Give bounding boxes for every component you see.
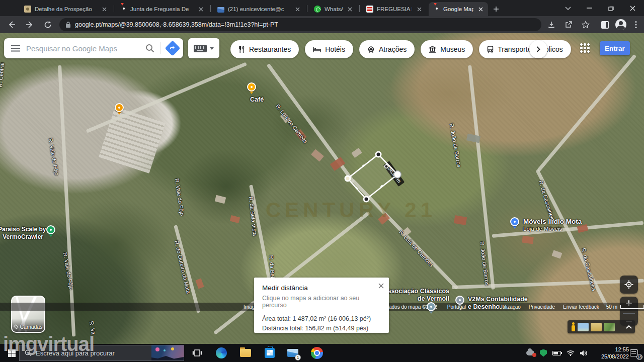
volume-icon[interactable] — [580, 350, 588, 356]
scale-label: 50 m — [606, 304, 617, 310]
wifi-icon[interactable] — [567, 350, 575, 356]
tab-google-maps-active[interactable]: Google Maps — [429, 2, 488, 16]
cafe-pin-icon[interactable] — [247, 82, 256, 94]
keyboard-icon — [194, 45, 207, 52]
bookmark-star-icon[interactable] — [580, 19, 592, 31]
onedrive-error-icon[interactable] — [526, 350, 534, 355]
chip-atracoes[interactable]: Atrações — [359, 40, 415, 58]
tab-close-icon[interactable] — [346, 6, 353, 13]
browser-tab-strip: Detalhe da Prospeção Junta de Freguesia … — [0, 0, 644, 16]
chip-label: Museus — [440, 45, 465, 53]
dialog-distance-total: Distância total: 156,82 m (514,49 pés) — [262, 325, 381, 332]
maps-search-input[interactable]: Pesquisar no Google Maps — [26, 44, 139, 53]
dialog-area-total: Área total: 1 487,02 m² (16 006,13 pé²) — [262, 315, 381, 322]
tab-close-icon[interactable] — [477, 6, 484, 13]
chevron-down-icon[interactable] — [210, 47, 214, 50]
tab-close-icon[interactable] — [101, 6, 108, 13]
tab-close-icon[interactable] — [416, 6, 423, 13]
new-tab-button[interactable] — [491, 4, 502, 15]
battery-icon[interactable] — [552, 351, 561, 355]
business-pin-icon[interactable] — [455, 296, 464, 307]
download-icon[interactable] — [545, 19, 557, 31]
clock-time: 12:55 — [588, 346, 629, 353]
mail-taskbar-icon[interactable]: 1 — [287, 347, 299, 359]
chip-transportes[interactable]: Transportes públicos — [479, 40, 571, 58]
chip-hoteis[interactable]: Hotéis — [305, 40, 353, 58]
dialog-close-icon[interactable] — [377, 282, 385, 290]
windows-taskbar: Escreva aqui para procurar 1 12:55 25/08… — [0, 344, 644, 362]
v2ms-label[interactable]: V2Ms Contabilidade e Desenho — [468, 296, 528, 311]
tab-close-icon[interactable] — [197, 6, 204, 13]
forward-button[interactable] — [23, 18, 36, 31]
search-icon[interactable] — [145, 44, 154, 53]
restaurant-icon — [238, 46, 245, 53]
chip-museus[interactable]: Museus — [421, 40, 473, 58]
layers-label: Camadas — [20, 324, 43, 330]
tab-title: Google Maps — [443, 6, 473, 12]
document-favicon-icon — [24, 6, 31, 13]
tab-title: WhatsApp — [325, 6, 343, 12]
search-highlight-image[interactable] — [151, 345, 184, 360]
bar-pin-icon[interactable] — [115, 103, 124, 115]
imagery-thumbnail[interactable] — [604, 323, 615, 331]
attribution-link-privacidade[interactable]: Privacidade — [529, 304, 555, 310]
association-pin-icon[interactable] — [427, 302, 436, 314]
tab-detalhe-prospecao[interactable]: Detalhe da Prospeção — [19, 2, 112, 16]
reload-button[interactable] — [41, 18, 54, 31]
window-minimize-button[interactable] — [579, 0, 600, 16]
action-center-button[interactable]: 18 — [628, 347, 640, 359]
shopping-pin-icon[interactable] — [510, 217, 519, 229]
tab-title: (21) eunicevicente@c — [228, 6, 290, 12]
share-icon[interactable] — [562, 19, 575, 31]
directions-icon[interactable] — [165, 40, 180, 56]
keyboard-input-tools[interactable] — [188, 38, 219, 58]
security-shield-icon[interactable] — [540, 349, 547, 357]
chip-restaurantes[interactable]: Restaurantes — [230, 40, 299, 58]
tab-junta-freguesia[interactable]: Junta de Freguesia De — [116, 2, 208, 16]
tab-whatsapp[interactable]: WhatsApp — [309, 2, 357, 16]
collapse-chevron-icon[interactable] — [626, 325, 632, 329]
tab-close-icon[interactable] — [294, 6, 301, 13]
tab-email[interactable]: (21) eunicevicente@c — [212, 2, 305, 16]
measure-distance-dialog: Medir distância Clique no mapa a adicion… — [254, 278, 389, 333]
side-panel-icon[interactable] — [599, 19, 611, 31]
profile-avatar[interactable] — [615, 19, 627, 31]
moveis-name: Móveis Ilídio Mota — [523, 218, 582, 225]
measurement-polygon[interactable] — [332, 143, 413, 209]
task-view-button[interactable] — [191, 347, 203, 359]
window-close-button[interactable] — [622, 0, 643, 16]
pegman-icon[interactable] — [571, 322, 576, 331]
field-patch — [483, 199, 594, 280]
edge-taskbar-icon[interactable] — [215, 347, 227, 359]
paraiso-label[interactable]: Paraíso Scale by VermoCrawler — [0, 226, 43, 241]
hiking-pin-icon[interactable] — [46, 225, 55, 237]
store-taskbar-icon[interactable] — [264, 347, 276, 359]
chrome-taskbar-icon[interactable] — [311, 347, 323, 359]
url-bar[interactable]: google.pt/maps/@39.8500608,-8.658639,358… — [59, 18, 541, 31]
taskbar-clock[interactable]: 12:55 25/08/2022 — [588, 346, 629, 360]
attribution-link-feedback[interactable]: Enviar feedback — [563, 304, 599, 310]
field-patch — [382, 63, 513, 124]
cafe-label[interactable]: Café — [250, 96, 264, 104]
kebab-menu-icon[interactable] — [630, 19, 642, 31]
paraiso-line1: Paraíso Scale by — [0, 226, 43, 233]
moveis-label[interactable]: Móveis Ilídio Mota Loja de Móveis — [523, 218, 582, 233]
google-apps-grid-icon[interactable] — [580, 43, 590, 53]
screen: Detalhe da Prospeção Junta de Freguesia … — [0, 0, 644, 362]
file-explorer-taskbar-icon[interactable] — [239, 347, 252, 359]
my-location-button[interactable] — [620, 276, 638, 294]
tab-search-chevron-icon[interactable] — [557, 0, 579, 16]
sign-in-button[interactable]: Entrar — [600, 41, 630, 55]
more-categories-button[interactable] — [529, 40, 547, 58]
hamburger-menu-icon[interactable] — [11, 45, 20, 52]
imagery-thumbnail[interactable] — [591, 323, 602, 331]
tab-title: Junta de Freguesia De — [130, 6, 194, 12]
imagery-bar — [568, 320, 635, 333]
maps-search-bar[interactable]: Pesquisar no Google Maps — [4, 38, 183, 58]
paraiso-line2: VermoCrawler — [0, 233, 43, 241]
imagery-thumbnail[interactable] — [578, 323, 589, 331]
back-button[interactable] — [5, 18, 18, 31]
layers-control[interactable]: Camadas — [11, 296, 45, 333]
tab-freguesia-vermoil[interactable]: FREGUESIA DE VERMO — [361, 2, 427, 16]
window-restore-button[interactable] — [600, 0, 622, 16]
